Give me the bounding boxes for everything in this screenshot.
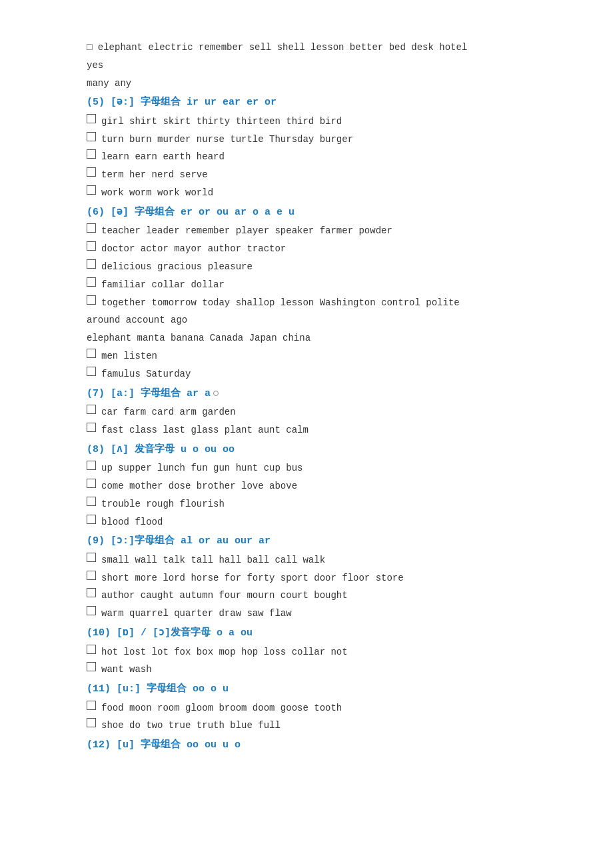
main-content: □ elephant electric remember sell shell …: [87, 40, 586, 754]
checkbox[interactable]: [87, 479, 96, 488]
line-8: work worm work world: [87, 185, 586, 201]
line-text: warm quarrel quarter draw saw flaw: [101, 606, 292, 622]
line-text: girl shirt skirt thirty thirteen third b…: [101, 114, 342, 130]
line-text: teacher leader remember player speaker f…: [101, 223, 392, 239]
line-text: men listen: [101, 349, 157, 365]
line-38: (12) [u] 字母组合 oo ou u o: [87, 737, 586, 754]
line-4: girl shirt skirt thirty thirteen third b…: [87, 114, 586, 130]
checkbox[interactable]: [87, 423, 96, 432]
line-32: (10) [ɒ] / [ɔ]发音字母 o a ou: [87, 625, 586, 642]
line-3: (5) [ə:] 字母组合 ir ur ear er or: [87, 94, 586, 111]
line-12: delicious gracious pleasure: [87, 259, 586, 275]
line-text: term her nerd serve: [101, 167, 208, 183]
line-30: author caught autumn four mourn court bo…: [87, 588, 586, 604]
line-33: hot lost lot fox box mop hop loss collar…: [87, 645, 586, 661]
line-text: together tomorrow today shallop lesson W…: [101, 295, 460, 311]
heading-text: (10) [ɒ] / [ɔ]发音字母 o a ou: [87, 625, 253, 642]
line-text: hot lost lot fox box mop hop loss collar…: [101, 645, 348, 661]
line-17: men listen: [87, 349, 586, 365]
circle-decoration: [213, 391, 219, 396]
checkbox[interactable]: [87, 606, 96, 615]
checkbox[interactable]: [87, 461, 96, 470]
line-text: turn burn murder nurse turtle Thursday b…: [101, 132, 353, 148]
checkbox[interactable]: [87, 497, 96, 506]
checkbox[interactable]: [87, 349, 96, 358]
checkbox[interactable]: [87, 405, 96, 414]
checkbox[interactable]: [87, 223, 96, 233]
line-24: come mother dose brother love above: [87, 479, 586, 495]
line-text: fast class last glass plant aunt calm: [101, 423, 308, 439]
checkbox[interactable]: [87, 241, 96, 251]
checkbox[interactable]: [87, 114, 96, 123]
line-text: familiar collar dollar: [101, 277, 225, 293]
checkbox[interactable]: [87, 367, 96, 376]
line-27: (9) [ɔ:]字母组合 al or au our ar: [87, 533, 586, 550]
line-text: delicious gracious pleasure: [101, 259, 253, 275]
heading-text: (5) [ə:] 字母组合 ir ur ear er or: [87, 94, 277, 111]
line-36: food moon room gloom broom doom goose to…: [87, 701, 586, 717]
line-text: come mother dose brother love above: [101, 479, 297, 495]
checkbox[interactable]: [87, 571, 96, 580]
line-6: learn earn earth heard: [87, 149, 586, 165]
heading-text: (11) [u:] 字母组合 oo o u: [87, 681, 229, 698]
line-37: shoe do two true truth blue full: [87, 718, 586, 734]
line-text: learn earn earth heard: [101, 149, 225, 165]
line-text: famulus Saturday: [101, 367, 191, 383]
line-35: (11) [u:] 字母组合 oo o u: [87, 681, 586, 698]
checkbox[interactable]: [87, 588, 96, 597]
checkbox[interactable]: [87, 701, 96, 710]
line-18: famulus Saturday: [87, 367, 586, 383]
line-text: food moon room gloom broom doom goose to…: [101, 701, 342, 717]
line-text: up supper lunch fun gun hunt cup bus: [101, 461, 303, 477]
line-text: want wash: [101, 662, 152, 678]
line-26: blood flood: [87, 515, 586, 531]
checkbox[interactable]: [87, 167, 96, 177]
line-16: elephant manta banana Canada Japan china: [87, 331, 586, 347]
plain-text: elephant manta banana Canada Japan china: [87, 333, 310, 343]
checkbox[interactable]: [87, 515, 96, 524]
checkbox[interactable]: [87, 718, 96, 727]
line-15: around account ago: [87, 313, 586, 329]
line-5: turn burn murder nurse turtle Thursday b…: [87, 132, 586, 148]
line-13: familiar collar dollar: [87, 277, 586, 293]
line-29: short more lord horse for forty sport do…: [87, 571, 586, 587]
heading-text: (9) [ɔ:]字母组合 al or au our ar: [87, 533, 271, 550]
checkbox[interactable]: [87, 645, 96, 654]
line-text: small wall talk tall hall ball call walk: [101, 553, 325, 569]
line-14: together tomorrow today shallop lesson W…: [87, 295, 586, 311]
line-text: car farm card arm garden: [101, 405, 236, 421]
line-23: up supper lunch fun gun hunt cup bus: [87, 461, 586, 477]
heading-text: (12) [u] 字母组合 oo ou u o: [87, 737, 241, 754]
plain-text: many any: [87, 78, 131, 89]
line-7: term her nerd serve: [87, 167, 586, 183]
line-1: yes: [87, 58, 586, 74]
checkbox[interactable]: [87, 259, 96, 269]
checkbox[interactable]: [87, 295, 96, 305]
checkbox[interactable]: [87, 662, 96, 671]
plain-text: around account ago: [87, 315, 187, 325]
heading-text: (7) [a:] 字母组合 ar a: [87, 385, 211, 403]
line-10: teacher leader remember player speaker f…: [87, 223, 586, 239]
line-31: warm quarrel quarter draw saw flaw: [87, 606, 586, 622]
line-text: blood flood: [101, 515, 163, 531]
line-11: doctor actor mayor author tractor: [87, 241, 586, 257]
checkbox[interactable]: [87, 553, 96, 562]
line-text: shoe do two true truth blue full: [101, 718, 281, 734]
checkbox[interactable]: [87, 185, 96, 195]
heading-text: (6) [ə] 字母组合 er or ou ar o a e u: [87, 204, 295, 221]
line-19: (7) [a:] 字母组合 ar a: [87, 385, 586, 403]
line-20: car farm card arm garden: [87, 405, 586, 421]
line-28: small wall talk tall hall ball call walk: [87, 553, 586, 569]
line-text: short more lord horse for forty sport do…: [101, 571, 404, 587]
line-text: doctor actor mayor author tractor: [101, 241, 286, 257]
checkbox[interactable]: [87, 132, 96, 141]
checkbox[interactable]: [87, 149, 96, 159]
checkbox[interactable]: [87, 277, 96, 287]
line-2: many any: [87, 76, 586, 92]
line-25: trouble rough flourish: [87, 497, 586, 513]
line-0: □ elephant electric remember sell shell …: [87, 40, 586, 56]
plain-text: □ elephant electric remember sell shell …: [87, 42, 467, 53]
line-9: (6) [ə] 字母组合 er or ou ar o a e u: [87, 204, 586, 221]
heading-text: (8) [ʌ] 发音字母 u o ou oo: [87, 441, 235, 459]
line-text: author caught autumn four mourn court bo…: [101, 588, 348, 604]
